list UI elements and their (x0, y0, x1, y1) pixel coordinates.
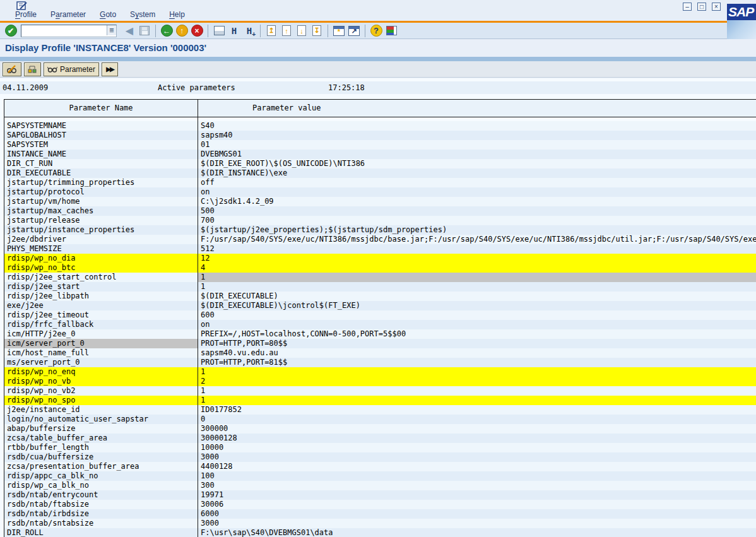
table-row[interactable]: jstartup/vm/home C:\j2sdk1.4.2_09 (4, 197, 756, 206)
parameter-name-cell: jstartup/release (4, 216, 198, 225)
table-row[interactable]: rdisp/wp_ca_blk_no 300 (4, 481, 756, 490)
parameter-button[interactable]: Parameter (44, 62, 99, 76)
back-button[interactable]: ← (160, 24, 174, 37)
table-row[interactable]: SAPSYSTEMNAME S40 (4, 121, 756, 131)
parameter-value-cell: 4 (198, 263, 756, 273)
create-shortcut-button[interactable]: ↗ (347, 24, 361, 37)
table-row[interactable]: rdisp/wp_no_vb 2 (4, 377, 756, 386)
help-button[interactable]: ? (369, 24, 383, 37)
table-body: SAPSYSTEMNAME S40 SAPGLOBALHOST sapsm40 … (0, 121, 756, 537)
new-session-icon: * (333, 26, 345, 36)
last-page-button[interactable]: ↧ (310, 24, 324, 37)
display-change-button[interactable] (3, 62, 21, 76)
close-button[interactable]: × (712, 3, 721, 11)
table-row[interactable]: rdisp/wp_no_spo 1 (4, 396, 756, 405)
table-row[interactable]: j2ee/instance_id ID0177852 (4, 405, 756, 415)
sort-blocks-button[interactable] (24, 62, 41, 76)
parameter-name-cell: zcsa/presentation_buffer_area (4, 462, 198, 471)
glasses-icon (47, 66, 57, 73)
menu-item[interactable]: Parameter (50, 10, 86, 19)
exit-button[interactable]: ↑ (175, 24, 189, 37)
parameter-name-cell: j2ee/dbdriver (4, 235, 198, 244)
menu-item[interactable]: Goto (100, 10, 116, 19)
table-row[interactable]: icm/host_name_full sapsm40.vu.edu.au (4, 348, 756, 358)
parameter-value-cell: off (198, 178, 756, 187)
table-row[interactable]: SAPSYSTEM 01 (4, 140, 756, 150)
save-button[interactable] (138, 24, 151, 37)
table-row[interactable]: rtbb/buffer_length 10000 (4, 443, 756, 452)
table-row[interactable]: rdisp/wp_no_dia 12 (4, 254, 756, 263)
table-row[interactable]: jstartup/release 700 (4, 216, 756, 225)
find-button[interactable]: H (227, 24, 241, 37)
table-row[interactable]: rdisp/frfc_fallback on (4, 320, 756, 329)
minimize-button[interactable]: – (683, 3, 692, 11)
table-row[interactable]: login/no_automatic_user_sapstar 0 (4, 415, 756, 424)
first-page-button[interactable]: ↥ (264, 24, 278, 37)
standard-toolbar: ✔ ≣ ◀ ← ↑ × H H+ ↥ ↑ ↓ ↧ * ↗ ? (0, 23, 727, 39)
table-row[interactable]: INSTANCE_NAME DVEBMGS01 (4, 150, 756, 159)
parameter-name-cell: icm/host_name_full (4, 348, 198, 358)
command-field-wrap: ≣ (21, 25, 117, 37)
toolbar-separator (260, 25, 261, 37)
menu-item[interactable]: Help (169, 10, 185, 19)
page-up-button[interactable]: ↑ (280, 24, 293, 37)
table-row[interactable]: abap/buffersize 300000 (4, 424, 756, 434)
menu-item[interactable]: Profile (15, 10, 37, 19)
new-session-button[interactable]: * (332, 24, 346, 37)
table-row[interactable]: rdisp/j2ee_libpath $(DIR_EXECUTABLE) (4, 292, 756, 301)
question-mark-icon: ? (370, 25, 382, 37)
table-row[interactable]: jstartup/protocol on (4, 187, 756, 197)
enter-button[interactable]: ✔ (4, 24, 18, 37)
table-row[interactable]: jstartup/instance_properties $(jstartup/… (4, 225, 756, 235)
table-row[interactable]: rdisp/wp_no_btc 4 (4, 263, 756, 273)
table-row[interactable]: ms/server_port_0 PROT=HTTP,PORT=81$$ (4, 358, 756, 367)
table-row[interactable]: DIR_CT_RUN $(DIR_EXE_ROOT)\$(OS_UNICODE)… (4, 159, 756, 168)
table-row[interactable]: icm/server_port_0 PROT=HTTP,PORT=80$$ (4, 339, 756, 348)
table-row[interactable]: exe/j2ee $(DIR_EXECUTABLE)\jcontrol$(FT_… (4, 301, 756, 310)
previous-button[interactable]: ◀ (122, 24, 136, 37)
parameter-value-cell: on (198, 187, 756, 197)
table-row[interactable]: j2ee/dbdriver F:/usr/sap/S40/SYS/exe/uc/… (4, 235, 756, 244)
parameter-value-cell: F:/usr/sap/S40/SYS/exe/uc/NTI386/mssjdbc… (198, 235, 756, 244)
table-row[interactable]: rsdb/ntab/sntabsize 3000 (4, 519, 756, 528)
table-row[interactable]: rsdb/ntab/irbdsize 6000 (4, 509, 756, 519)
cancel-button[interactable]: × (190, 24, 204, 37)
table-row[interactable]: rsdb/ntab/entrycount 19971 (4, 490, 756, 500)
parameter-value-cell: 3000 (198, 519, 756, 528)
parameter-value-cell: 1 (198, 396, 756, 405)
print-button[interactable] (212, 24, 226, 37)
parameter-name-cell: rsdb/ntab/entrycount (4, 490, 198, 500)
table-row[interactable]: rsdb/cua/buffersize 3000 (4, 452, 756, 462)
parameter-value-cell: S40 (198, 121, 756, 131)
parameter-name-cell: rdisp/j2ee_timeout (4, 310, 198, 320)
find-next-button[interactable]: H+ (242, 24, 256, 37)
table-row[interactable]: rdisp/j2ee_start 1 (4, 282, 756, 292)
list-date: 04.11.2009 (3, 81, 48, 94)
maximize-button[interactable]: □ (697, 3, 706, 11)
more-functions-button[interactable]: ▶▶ (102, 62, 118, 76)
page-down-button[interactable]: ↓ (295, 24, 309, 37)
table-row[interactable]: zcsa/presentation_buffer_area 4400128 (4, 462, 756, 471)
command-history-dropdown[interactable]: ≣ (107, 25, 116, 35)
menu-item[interactable]: System (130, 10, 155, 19)
toolbar-separator (208, 25, 208, 37)
table-row[interactable]: DIR_ROLL F:\usr\sap\S40\DVEBMGS01\data (4, 528, 756, 537)
table-row[interactable]: jstartup/trimming_properties off (4, 178, 756, 187)
table-row[interactable]: rsdb/ntab/ftabsize 30006 (4, 500, 756, 509)
table-row[interactable]: icm/HTTP/j2ee_0 PREFIX=/,HOST=localhost,… (4, 329, 756, 339)
table-row[interactable]: zcsa/table_buffer_area 30000128 (4, 434, 756, 443)
parameter-name-cell: jstartup/max_caches (4, 206, 198, 216)
table-row[interactable]: rdisp/appc_ca_blk_no 100 (4, 471, 756, 481)
table-row[interactable]: jstartup/max_caches 500 (4, 206, 756, 216)
command-field[interactable] (21, 25, 117, 37)
table-row[interactable]: PHYS_MEMSIZE 512 (4, 244, 756, 254)
table-row[interactable]: rdisp/j2ee_timeout 600 (4, 310, 756, 320)
table-row[interactable]: DIR_EXECUTABLE $(DIR_INSTANCE)\exe (4, 168, 756, 178)
table-row[interactable]: rdisp/wp_no_enq 1 (4, 367, 756, 377)
parameter-value-cell: 1 (198, 282, 756, 292)
parameter-name-cell: login/no_automatic_user_sapstar (4, 415, 198, 424)
table-row[interactable]: SAPGLOBALHOST sapsm40 (4, 131, 756, 140)
customize-layout-button[interactable] (384, 24, 398, 37)
table-row[interactable]: rdisp/j2ee_start_control 1 (4, 273, 756, 282)
table-row[interactable]: rdisp/wp_no_vb2 1 (4, 386, 756, 396)
